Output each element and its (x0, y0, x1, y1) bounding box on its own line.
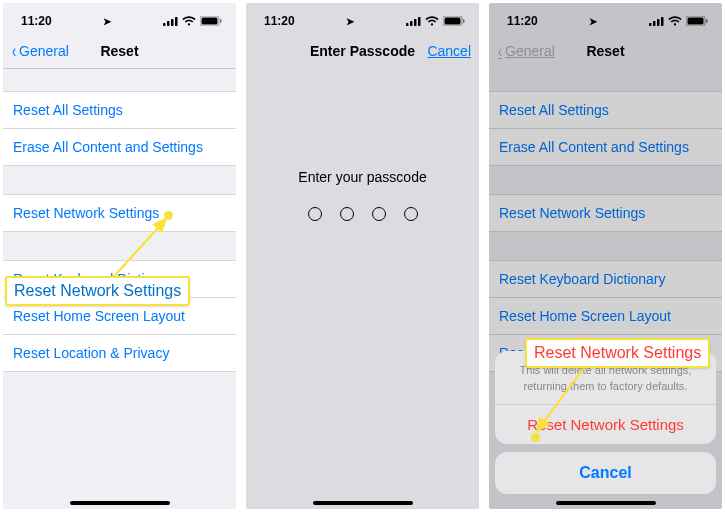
signal-icon (406, 16, 421, 26)
settings-group-2: Reset Network Settings (3, 194, 236, 232)
settings-group-2: Reset Network Settings (489, 194, 722, 232)
passcode-dot (372, 207, 386, 221)
passcode-prompt: Enter your passcode (246, 169, 479, 185)
reset-location-privacy-row[interactable]: Reset Location & Privacy (3, 334, 236, 372)
svg-rect-15 (649, 23, 652, 26)
nav-bar: Enter Passcode Cancel (246, 33, 479, 69)
status-location-icon: ➤ (346, 16, 354, 27)
status-location-icon: ➤ (589, 16, 597, 27)
wifi-icon (668, 16, 682, 26)
svg-rect-14 (463, 19, 465, 23)
status-time: 11:20 (507, 14, 538, 28)
svg-rect-0 (163, 23, 166, 26)
svg-rect-18 (661, 17, 664, 26)
nav-bar: ‹ General Reset (489, 33, 722, 69)
status-bar: 11:20 ➤ (246, 3, 479, 33)
reset-all-settings-row[interactable]: Reset All Settings (3, 91, 236, 128)
svg-rect-9 (410, 21, 413, 26)
svg-rect-11 (418, 17, 421, 26)
svg-rect-16 (653, 21, 656, 26)
svg-rect-1 (167, 21, 170, 26)
erase-all-content-row[interactable]: Erase All Content and Settings (489, 128, 722, 166)
wifi-icon (425, 16, 439, 26)
annotation-dot (531, 433, 540, 442)
passcode-dot (308, 207, 322, 221)
passcode-dots (246, 207, 479, 221)
status-bar: 11:20 ➤ (3, 3, 236, 33)
reset-home-screen-layout-row[interactable]: Reset Home Screen Layout (489, 297, 722, 334)
signal-icon (649, 16, 664, 26)
svg-rect-2 (171, 19, 174, 26)
nav-bar: ‹ General Reset (3, 33, 236, 69)
status-right (406, 16, 465, 26)
svg-rect-17 (657, 19, 660, 26)
svg-rect-6 (220, 19, 222, 23)
reset-network-settings-row[interactable]: Reset Network Settings (489, 194, 722, 232)
chevron-left-icon: ‹ (12, 42, 16, 60)
passcode-dot (340, 207, 354, 221)
status-time: 11:20 (21, 14, 52, 28)
annotation-callout: Reset Network Settings (525, 338, 710, 368)
status-bar: 11:20 ➤ (489, 3, 722, 33)
status-right (649, 16, 708, 26)
status-location-icon: ➤ (103, 16, 111, 27)
action-sheet: This will delete all network settings, r… (495, 351, 716, 506)
home-indicator[interactable] (70, 501, 170, 505)
confirm-reset-network-button[interactable]: Reset Network Settings (495, 404, 716, 444)
back-button[interactable]: ‹ General (11, 42, 69, 60)
back-button[interactable]: ‹ General (497, 42, 555, 60)
battery-icon (686, 16, 708, 26)
reset-keyboard-dictionary-row[interactable]: Reset Keyboard Dictionary (489, 260, 722, 297)
screen-confirm-sheet: 11:20 ➤ ‹ General Reset Reset All Settin… (489, 3, 722, 509)
svg-rect-10 (414, 19, 417, 26)
action-sheet-cancel-button[interactable]: Cancel (495, 452, 716, 494)
svg-rect-20 (687, 18, 703, 25)
battery-icon (443, 16, 465, 26)
annotation-callout: Reset Network Settings (5, 276, 190, 306)
back-label: General (505, 43, 555, 59)
screen-enter-passcode: 11:20 ➤ Enter Passcode Cancel Enter your… (246, 3, 479, 509)
svg-rect-8 (406, 23, 409, 26)
status-right (163, 16, 222, 26)
home-indicator[interactable] (313, 501, 413, 505)
reset-all-settings-row[interactable]: Reset All Settings (489, 91, 722, 128)
chevron-left-icon: ‹ (498, 42, 502, 60)
home-indicator[interactable] (556, 501, 656, 505)
battery-icon (200, 16, 222, 26)
screen-reset-list: 11:20 ➤ ‹ General Reset Reset All Settin… (3, 3, 236, 509)
wifi-icon (182, 16, 196, 26)
settings-group-1: Reset All Settings Erase All Content and… (489, 91, 722, 166)
svg-rect-21 (706, 19, 708, 23)
annotation-dot (164, 211, 173, 220)
reset-network-settings-row[interactable]: Reset Network Settings (3, 194, 236, 232)
settings-group-1: Reset All Settings Erase All Content and… (3, 91, 236, 166)
erase-all-content-row[interactable]: Erase All Content and Settings (3, 128, 236, 166)
svg-rect-13 (444, 18, 460, 25)
status-time: 11:20 (264, 14, 295, 28)
cancel-button[interactable]: Cancel (427, 43, 471, 59)
signal-icon (163, 16, 178, 26)
svg-rect-3 (175, 17, 178, 26)
back-label: General (19, 43, 69, 59)
svg-rect-5 (201, 18, 217, 25)
passcode-dot (404, 207, 418, 221)
